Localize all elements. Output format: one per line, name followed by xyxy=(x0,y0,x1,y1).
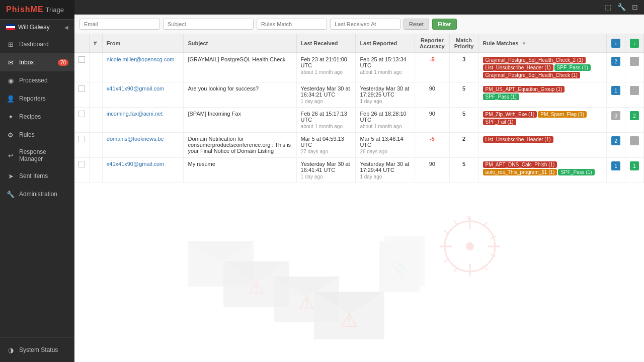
row-from[interactable]: incoming.fax@acni.net xyxy=(102,108,184,133)
subject-filter-input[interactable] xyxy=(163,19,254,30)
row-subject[interactable]: [GRAYMAIL] PostgreSQL Health Check xyxy=(184,53,296,82)
table-row: nicole.miller@openscg.com[GRAYMAIL] Post… xyxy=(74,53,644,82)
row-icon2 xyxy=(625,133,643,158)
sidebar-item-sent-items[interactable]: ➤ Sent Items xyxy=(0,167,74,185)
table-body: nicole.miller@openscg.com[GRAYMAIL] Post… xyxy=(74,53,644,183)
row-from[interactable]: nicole.miller@openscg.com xyxy=(102,53,184,82)
row-rule-matches: PM_US_APT_Equation_Group (1)SPF_Pass (1) xyxy=(478,82,606,108)
row-checkbox[interactable] xyxy=(78,136,85,142)
tools-icon[interactable]: 🔧 xyxy=(615,2,628,12)
row-icon1-btn[interactable]: 2 xyxy=(611,57,620,66)
svg-line-22 xyxy=(490,236,496,239)
rule-tag[interactable]: Graymail_Postgre_Sql_Health_Check_2 (1) xyxy=(483,57,586,63)
sidebar-item-reporters[interactable]: 👤 Reporters xyxy=(0,89,74,108)
administration-icon: 🔧 xyxy=(6,190,15,199)
row-from[interactable]: domains@looknews.be xyxy=(102,133,184,158)
sidebar-item-inbox[interactable]: ✉ Inbox 70 xyxy=(0,53,74,71)
svg-marker-9 xyxy=(314,292,384,314)
sidebar-item-dashboard[interactable]: ⊞ Dashboard xyxy=(0,35,74,53)
row-last-reported: Mar 5 at 13:46:14 UTC26 days ago xyxy=(356,133,415,158)
row-checkbox-cell xyxy=(74,108,90,133)
rule-tag[interactable]: PM_Zip_With_Exe (1) xyxy=(483,111,537,118)
rule-tag[interactable]: SPF_Pass (1) xyxy=(554,64,591,71)
rule-tag[interactable]: SPF_Fail (1) xyxy=(483,119,516,125)
row-checkbox[interactable] xyxy=(78,85,85,92)
rules-filter-input[interactable] xyxy=(257,19,327,30)
row-subject[interactable]: Domain Notification for consumerproducts… xyxy=(184,133,296,158)
row-from-email[interactable]: domains@looknews.be xyxy=(107,136,164,142)
row-reporter-accuracy: -5 xyxy=(415,53,449,82)
row-icon1-btn[interactable]: 1 xyxy=(611,86,620,95)
svg-line-28 xyxy=(454,267,457,273)
received-filter-input[interactable] xyxy=(330,19,400,30)
row-checkbox[interactable] xyxy=(78,111,85,117)
svg-marker-3 xyxy=(223,261,289,282)
sidebar-collapse-btn[interactable]: ◀ xyxy=(64,25,68,30)
row-checkbox-cell xyxy=(74,82,90,108)
sidebar-item-response-manager[interactable]: ↩ Response Manager xyxy=(0,144,74,167)
row-subject[interactable]: My resume xyxy=(184,158,296,183)
user-flag-icon xyxy=(6,24,15,30)
row-icon2-btn[interactable]: 2 xyxy=(630,111,639,120)
sidebar-item-rules[interactable]: ⚙ Rules xyxy=(0,126,74,144)
export-icon[interactable]: ⬚ xyxy=(603,2,613,12)
email-filter-input[interactable] xyxy=(79,19,160,30)
row-checkbox[interactable] xyxy=(78,161,85,167)
col-icon2-btn[interactable]: ↓ xyxy=(630,39,639,48)
sidebar-item-processed[interactable]: ◉ Processed xyxy=(0,71,74,89)
rule-tag[interactable]: PM_US_APT_Equation_Group (1) xyxy=(483,86,565,93)
row-match-priority: 5 xyxy=(449,158,478,183)
rule-tag[interactable]: SPF_Pass (1) xyxy=(558,169,594,175)
background-illustration: ⚠ ⚠ ⚠ 📎 xyxy=(74,201,644,362)
rule-tag[interactable]: Graymail_Postgre_Sql_Health_Check (1) xyxy=(483,72,580,78)
inbox-badge: 70 xyxy=(58,59,68,66)
row-icon1-btn[interactable]: 0 xyxy=(611,111,620,120)
col-subject[interactable]: Subject xyxy=(184,34,296,53)
row-subject[interactable]: [SPAM] Incoming Fax xyxy=(184,108,296,133)
row-icon1-btn[interactable]: 1 xyxy=(611,161,620,170)
reset-button[interactable]: Reset xyxy=(404,19,429,30)
col-num: # xyxy=(90,34,103,53)
row-icon2 xyxy=(625,53,643,82)
rule-tag[interactable]: List_Unsubscribe_Header (1) xyxy=(483,136,553,143)
row-icon2-btn-empty xyxy=(630,57,639,66)
row-hash xyxy=(90,133,103,158)
col-accuracy[interactable]: ReporterAccuracy xyxy=(415,34,449,53)
svg-line-25 xyxy=(454,220,457,225)
row-icon2-btn[interactable]: 1 xyxy=(630,161,639,170)
sidebar-item-recipes[interactable]: ✦ Recipes xyxy=(0,108,74,126)
col-reported[interactable]: Last Reported xyxy=(356,34,415,53)
user-section: Will Galway ◀ xyxy=(0,20,74,35)
rule-tag[interactable]: auto_res_This_program_$1 (1) xyxy=(483,169,557,175)
row-from-email[interactable]: nicole.miller@openscg.com xyxy=(107,56,175,62)
row-from-email[interactable]: incoming.fax@acni.net xyxy=(107,111,163,117)
row-from[interactable]: x41x41x90@gmail.com xyxy=(102,82,184,108)
row-subject[interactable]: Are you looking for success? xyxy=(184,82,296,108)
rule-tag[interactable]: List_Unsubscribe_Header (1) xyxy=(483,64,553,71)
row-hash xyxy=(90,158,103,183)
sidebar-item-system-status[interactable]: ◑ System Status xyxy=(0,341,74,359)
row-from-email[interactable]: x41x41x90@gmail.com xyxy=(107,85,165,92)
row-hash xyxy=(90,108,103,133)
svg-line-27 xyxy=(444,259,449,262)
rule-tag[interactable]: PM_APT_DNS_Calc_Phish (1) xyxy=(483,161,557,168)
row-match-priority: 5 xyxy=(449,82,478,108)
filter-button[interactable]: Filter xyxy=(432,19,457,30)
window-icon[interactable]: ⊡ xyxy=(630,2,640,12)
rule-tag[interactable]: SPF_Pass (1) xyxy=(483,94,519,100)
row-checkbox[interactable] xyxy=(78,56,85,63)
main-content: ⬚ 🔧 ⊡ Reset Filter # From Subject Last R… xyxy=(74,0,644,362)
rule-tag[interactable]: PM_Spam_Flag (1) xyxy=(538,111,587,118)
processed-icon: ◉ xyxy=(6,76,15,85)
col-rules[interactable]: Rule Matches ▼ xyxy=(478,34,606,53)
row-from[interactable]: x41x41x90@gmail.com xyxy=(102,158,184,183)
row-from-email[interactable]: x41x41x90@gmail.com xyxy=(107,161,165,167)
col-from[interactable]: From xyxy=(102,34,184,53)
col-icon2: ↓ xyxy=(625,34,643,53)
row-icon1-btn[interactable]: 2 xyxy=(611,136,620,145)
col-icon1-btn[interactable]: ↓ xyxy=(611,39,620,48)
sidebar-item-administration[interactable]: 🔧 Administration xyxy=(0,185,74,203)
col-received[interactable]: Last Received xyxy=(296,34,356,53)
svg-line-23 xyxy=(490,254,496,256)
col-priority[interactable]: MatchPriority xyxy=(449,34,478,53)
